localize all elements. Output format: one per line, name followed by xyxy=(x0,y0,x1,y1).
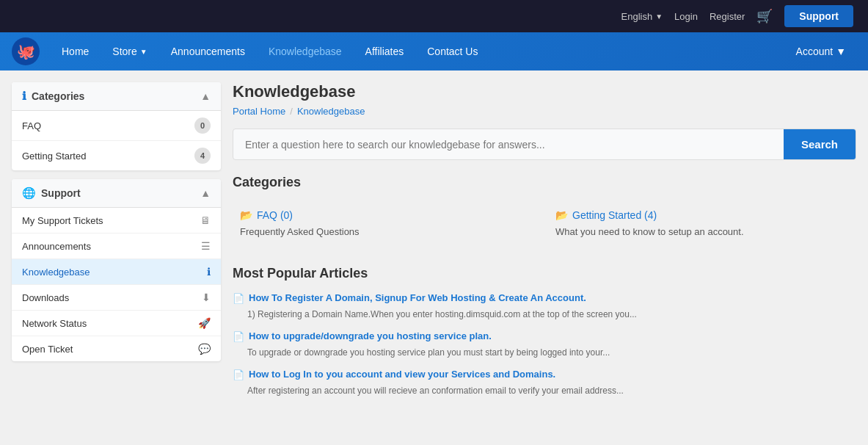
info-icon: ℹ xyxy=(22,90,26,103)
article-title-0[interactable]: 📄 How To Register A Domain, Signup For W… xyxy=(233,292,856,305)
support-header-left: 🌐 Support xyxy=(22,187,81,200)
sidebar-categories-section: ℹ Categories ▲ FAQ 0 Getting Started 4 xyxy=(12,82,221,170)
categories-header-left: ℹ Categories xyxy=(22,90,84,103)
knowledgebase-icon: ℹ xyxy=(207,266,211,278)
downloads-label: Downloads xyxy=(22,292,69,303)
doc-icon-1: 📄 xyxy=(233,330,244,344)
article-desc-1: To upgrade or downgrade you hosting serv… xyxy=(233,346,856,359)
register-link[interactable]: Register xyxy=(710,11,745,22)
search-button[interactable]: Search xyxy=(784,129,856,159)
sidebar-item-knowledgebase[interactable]: Knowledgebase ℹ xyxy=(12,259,221,285)
account-arrow-icon: ▼ xyxy=(836,46,846,57)
categories-grid: 📂 FAQ (0) Frequently Asked Questions 📂 G… xyxy=(233,200,856,248)
content-area: Knowledgebase Portal Home / Knowledgebas… xyxy=(221,82,856,397)
sidebar: ℹ Categories ▲ FAQ 0 Getting Started 4 xyxy=(12,82,221,397)
article-item-0: 📄 How To Register A Domain, Signup For W… xyxy=(233,292,856,321)
getting-started-category-desc: What you need to know to setup an accoun… xyxy=(555,225,849,239)
nav-bar: 🐙 Home Store ▼ Announcements Knowledgeba… xyxy=(0,32,868,70)
language-label: English xyxy=(621,11,653,22)
login-link[interactable]: Login xyxy=(674,11,698,22)
sidebar-item-downloads[interactable]: Downloads ⬇ xyxy=(12,285,221,311)
faq-label: FAQ xyxy=(22,120,41,131)
nav-knowledgebase[interactable]: Knowledgebase xyxy=(258,40,352,63)
article-desc-0: 1) Registering a Domain Name.When you en… xyxy=(233,308,856,321)
open-ticket-label: Open Ticket xyxy=(22,344,73,355)
support-button[interactable]: Support xyxy=(784,5,853,27)
category-getting-started: 📂 Getting Started (4) What you need to k… xyxy=(548,200,856,248)
search-input[interactable] xyxy=(233,129,784,159)
breadcrumb-knowledgebase[interactable]: Knowledgebase xyxy=(297,106,365,117)
downloads-icon: ⬇ xyxy=(202,292,211,303)
article-title-1[interactable]: 📄 How to upgrade/downgrade you hosting s… xyxy=(233,330,856,344)
network-icon: 🚀 xyxy=(198,317,211,329)
folder-icon-getting-started: 📂 xyxy=(555,209,568,221)
getting-started-badge: 4 xyxy=(194,148,211,164)
store-arrow-icon: ▼ xyxy=(140,48,147,56)
faq-category-desc: Frequently Asked Questions xyxy=(240,225,533,239)
nav-contact[interactable]: Contact Us xyxy=(417,40,488,63)
nav-announcements[interactable]: Announcements xyxy=(161,40,255,63)
faq-badge: 0 xyxy=(194,117,211,134)
categories-section-title: Categories xyxy=(233,175,856,190)
announcements-label: Announcements xyxy=(22,241,91,252)
sidebar-categories-header: ℹ Categories ▲ xyxy=(12,82,221,111)
articles-list: 📄 How To Register A Domain, Signup For W… xyxy=(233,292,856,398)
language-selector[interactable]: English ▼ xyxy=(621,11,663,22)
getting-started-category-link[interactable]: 📂 Getting Started (4) xyxy=(555,209,849,221)
article-desc-2: After registering an account you will re… xyxy=(233,384,856,397)
support-collapse-icon[interactable]: ▲ xyxy=(200,187,211,199)
sidebar-item-getting-started[interactable]: Getting Started 4 xyxy=(12,141,221,170)
logo-icon: 🐙 xyxy=(12,37,40,65)
tickets-icon: 🖥 xyxy=(200,214,211,226)
knowledgebase-label: Knowledgebase xyxy=(22,267,90,278)
doc-icon-0: 📄 xyxy=(233,292,244,305)
popular-section-title: Most Popular Articles xyxy=(233,266,856,281)
language-arrow-icon: ▼ xyxy=(655,12,663,21)
network-status-label: Network Status xyxy=(22,318,87,329)
sidebar-support-header: 🌐 Support ▲ xyxy=(12,179,221,208)
nav-affiliates[interactable]: Affiliates xyxy=(355,40,415,63)
open-ticket-icon: 💬 xyxy=(198,343,211,355)
account-menu[interactable]: Account ▼ xyxy=(786,40,856,63)
top-bar: English ▼ Login Register 🛒 Support xyxy=(0,0,868,32)
getting-started-label: Getting Started xyxy=(22,151,86,162)
folder-icon-faq: 📂 xyxy=(240,209,252,221)
breadcrumb: Portal Home / Knowledgebase xyxy=(233,106,856,117)
globe-icon: 🌐 xyxy=(22,187,36,200)
faq-category-link[interactable]: 📂 FAQ (0) xyxy=(240,209,533,221)
support-title: Support xyxy=(41,187,81,199)
page-title: Knowledgebase xyxy=(233,82,856,101)
categories-title: Categories xyxy=(32,90,84,102)
category-faq: 📂 FAQ (0) Frequently Asked Questions xyxy=(233,200,541,248)
nav-home[interactable]: Home xyxy=(51,40,99,63)
article-item-2: 📄 How to Log In to you account and view … xyxy=(233,368,856,397)
my-support-tickets-label: My Support Tickets xyxy=(22,215,103,226)
announcements-icon: ☰ xyxy=(201,240,211,252)
cart-icon[interactable]: 🛒 xyxy=(756,8,773,24)
sidebar-item-open-ticket[interactable]: Open Ticket 💬 xyxy=(12,336,221,361)
breadcrumb-portal-home[interactable]: Portal Home xyxy=(233,106,285,117)
sidebar-item-announcements[interactable]: Announcements ☰ xyxy=(12,234,221,259)
sidebar-item-my-support-tickets[interactable]: My Support Tickets 🖥 xyxy=(12,208,221,234)
article-item-1: 📄 How to upgrade/downgrade you hosting s… xyxy=(233,330,856,359)
sidebar-support-section: 🌐 Support ▲ My Support Tickets 🖥 Announc… xyxy=(12,179,221,361)
doc-icon-2: 📄 xyxy=(233,369,244,382)
nav-store[interactable]: Store ▼ xyxy=(102,40,157,63)
site-logo[interactable]: 🐙 xyxy=(12,37,40,65)
categories-collapse-icon[interactable]: ▲ xyxy=(200,90,211,102)
main-container: ℹ Categories ▲ FAQ 0 Getting Started 4 xyxy=(0,70,868,409)
sidebar-item-network-status[interactable]: Network Status 🚀 xyxy=(12,311,221,336)
sidebar-item-faq[interactable]: FAQ 0 xyxy=(12,111,221,141)
article-title-2[interactable]: 📄 How to Log In to you account and view … xyxy=(233,368,856,382)
search-bar: Search xyxy=(233,129,856,160)
breadcrumb-separator: / xyxy=(290,106,293,117)
